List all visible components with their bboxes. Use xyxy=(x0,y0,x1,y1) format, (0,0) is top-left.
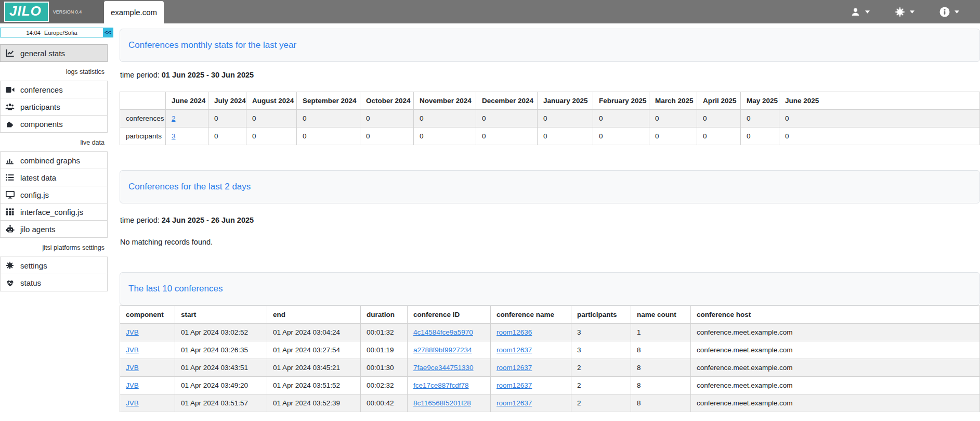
cell: 8c116568f5201f28 xyxy=(408,394,491,412)
sidebar: 14:04 Europe/Sofia << general stats logs… xyxy=(0,23,113,421)
sidebar-item-label: status xyxy=(20,278,41,287)
cell: 0 xyxy=(741,127,779,145)
component-link[interactable]: JVB xyxy=(126,328,139,336)
column-header: August 2024 xyxy=(246,92,297,110)
sidebar-item-label: combined graphs xyxy=(20,156,80,165)
last-10-conferences-heading-card: The last 10 conferences xyxy=(120,272,980,305)
column-header: November 2024 xyxy=(414,92,476,110)
conferences-count-link[interactable]: 2 xyxy=(172,114,176,122)
conference-name-link[interactable]: room12637 xyxy=(496,346,532,354)
cell: 0 xyxy=(779,110,980,127)
conference-id-link[interactable]: 7fae9ce344751330 xyxy=(413,364,474,372)
row-label: participants xyxy=(120,127,166,145)
sidebar-item-latest-data[interactable]: latest data xyxy=(0,169,108,186)
cell: 3 xyxy=(166,127,208,145)
cell: 0 xyxy=(538,110,593,127)
component-link[interactable]: JVB xyxy=(126,346,139,354)
column-header: June 2024 xyxy=(166,92,208,110)
sidebar-item-conferences[interactable]: conferences xyxy=(0,81,108,98)
cell: 4c14584fce9a5970 xyxy=(408,324,491,341)
robot-icon xyxy=(5,225,15,234)
sidebar-item-label: latest data xyxy=(20,173,56,182)
conference-id-link[interactable]: fce17ce887fcdf78 xyxy=(413,381,469,389)
cell: 0 xyxy=(246,127,297,145)
participants-count-link[interactable]: 3 xyxy=(172,132,176,140)
cell: JVB xyxy=(120,394,175,412)
monthly-time-period: time period: 01 Jun 2025 - 30 Jun 2025 xyxy=(120,71,980,79)
sidebar-nav: general stats logs statistics conference… xyxy=(0,44,113,291)
cell: room12637 xyxy=(491,341,571,359)
last-2-days-time-period: time period: 24 Jun 2025 - 26 Jun 2025 xyxy=(120,216,980,224)
monthly-stats-section: Conferences monthly stats for the last y… xyxy=(120,29,980,145)
cell: room12636 xyxy=(491,324,571,341)
monthly-stats-heading-card: Conferences monthly stats for the last y… xyxy=(120,29,980,62)
topbar-menus xyxy=(851,7,980,17)
column-header: conference name xyxy=(491,306,571,324)
list-icon xyxy=(5,173,15,182)
conference-name-link[interactable]: room12637 xyxy=(496,381,532,389)
chevron-down-icon xyxy=(955,10,959,14)
conference-id-link[interactable]: 8c116568f5201f28 xyxy=(413,399,471,407)
sidebar-item-combined-graphs[interactable]: combined graphs xyxy=(0,151,108,169)
cell: a2788f9bf9927234 xyxy=(408,341,491,359)
cell: 0 xyxy=(297,127,360,145)
component-link[interactable]: JVB xyxy=(126,364,139,372)
jilo-logo[interactable]: JILO xyxy=(4,2,49,22)
chart-column-icon xyxy=(5,156,15,165)
column-header: July 2024 xyxy=(208,92,246,110)
column-header: duration xyxy=(361,306,408,324)
video-camera-icon xyxy=(5,85,15,94)
cell: JVB xyxy=(120,341,175,359)
cell: 0 xyxy=(779,127,980,145)
column-header xyxy=(120,92,166,110)
sidebar-item-settings[interactable]: settings xyxy=(0,257,108,274)
cell: 01 Apr 2024 03:27:54 xyxy=(267,341,361,359)
sidebar-item-interface-config-js[interactable]: interface_config.js xyxy=(0,203,108,221)
component-link[interactable]: JVB xyxy=(126,381,139,389)
component-link[interactable]: JVB xyxy=(126,399,139,407)
cell: 0 xyxy=(414,127,476,145)
users-icon xyxy=(5,103,15,111)
section-label-live-data: live data xyxy=(0,139,108,146)
info-menu[interactable] xyxy=(939,7,959,17)
sidebar-item-label: conferences xyxy=(20,85,63,94)
sidebar-collapse-button[interactable]: << xyxy=(103,28,113,37)
conference-id-link[interactable]: a2788f9bf9927234 xyxy=(413,346,472,354)
time-period-label: time period: xyxy=(120,216,160,224)
user-menu[interactable] xyxy=(851,7,870,16)
clock-timezone: Europe/Sofia xyxy=(44,30,77,36)
table-row: JVB 01 Apr 2024 03:02:52 01 Apr 2024 03:… xyxy=(120,324,980,341)
sidebar-item-components[interactable]: components xyxy=(0,115,108,133)
cell: 0 xyxy=(414,110,476,127)
display-icon xyxy=(5,190,15,199)
column-header: April 2025 xyxy=(697,92,741,110)
last10-header-row: component start end duration conference … xyxy=(120,306,980,324)
cell: 0 xyxy=(538,127,593,145)
column-header: February 2025 xyxy=(593,92,649,110)
section-label-jitsi-platforms-settings: jitsi platforms settings xyxy=(0,244,108,251)
cell: 8 xyxy=(631,394,691,412)
settings-menu[interactable] xyxy=(895,7,914,17)
sidebar-item-status[interactable]: status xyxy=(0,274,108,291)
tab-example-com[interactable]: example.com xyxy=(104,1,164,23)
column-header: conference ID xyxy=(408,306,491,324)
time-period-value: 01 Jun 2025 - 30 Jun 2025 xyxy=(162,71,254,79)
conference-name-link[interactable]: room12636 xyxy=(496,328,532,336)
cell: 01 Apr 2024 03:49:20 xyxy=(175,377,267,394)
cell: 3 xyxy=(571,341,631,359)
conference-id-link[interactable]: 4c14584fce9a5970 xyxy=(413,328,473,336)
cell: JVB xyxy=(120,377,175,394)
main-content: Conferences monthly stats for the last y… xyxy=(113,23,980,421)
cell: room12637 xyxy=(491,359,571,377)
conference-name-link[interactable]: room12637 xyxy=(496,364,532,372)
sidebar-item-label: general stats xyxy=(20,49,65,58)
cell: conference.meet.example.com xyxy=(691,359,980,377)
conference-name-link[interactable]: room12637 xyxy=(496,399,532,407)
sidebar-item-config-js[interactable]: config.js xyxy=(0,186,108,203)
sidebar-item-jilo-agents[interactable]: jilo agents xyxy=(0,220,108,238)
sidebar-item-participants[interactable]: participants xyxy=(0,98,108,116)
table-row: JVB 01 Apr 2024 03:43:51 01 Apr 2024 03:… xyxy=(120,359,980,377)
column-header: June 2025 xyxy=(779,92,980,110)
sidebar-item-general-stats[interactable]: general stats xyxy=(0,44,108,62)
sidebar-item-label: settings xyxy=(20,261,47,270)
